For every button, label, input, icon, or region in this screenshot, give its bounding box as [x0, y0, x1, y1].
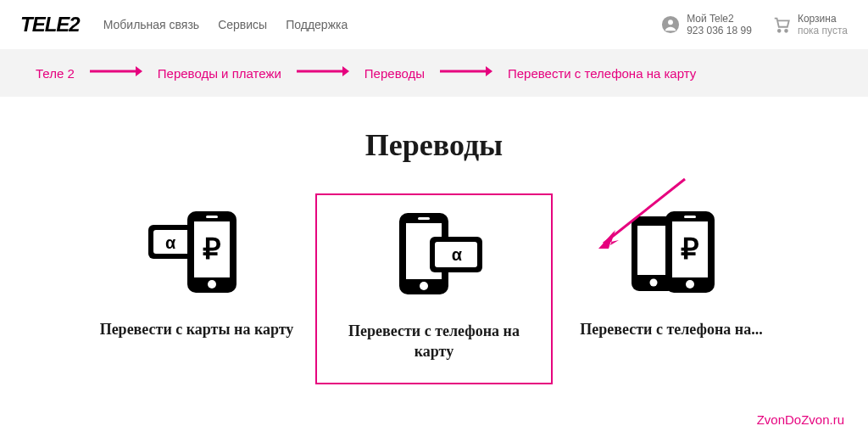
card-to-card-icon: α ₽	[95, 202, 298, 304]
nav-item-mobile[interactable]: Мобильная связь	[103, 18, 199, 31]
svg-point-20	[420, 282, 428, 290]
svg-text:α: α	[452, 245, 463, 264]
svg-point-2	[778, 30, 781, 32]
account-title: Мой Tele2	[687, 13, 752, 25]
cart-status: пока пуста	[798, 25, 848, 36]
nav-item-support[interactable]: Поддержка	[286, 18, 348, 31]
card-label: Перевести с телефона на карту	[334, 321, 534, 362]
cart-title: Корзина	[798, 13, 848, 25]
svg-marker-9	[486, 66, 492, 76]
card-card-to-card[interactable]: α ₽ Перевести с карты на карту	[78, 193, 315, 384]
header-right: Мой Tele2 923 036 18 99 Корзина пока пус…	[661, 13, 848, 37]
breadcrumb-item-0[interactable]: Теле 2	[36, 66, 75, 81]
svg-rect-26	[637, 226, 670, 275]
arrow-right-icon	[90, 65, 142, 81]
watermark: ZvonDoZvon.ru	[757, 412, 844, 427]
svg-marker-5	[136, 66, 142, 76]
svg-text:α: α	[165, 233, 176, 252]
svg-point-30	[686, 280, 694, 289]
svg-point-3	[785, 30, 787, 32]
breadcrumb-item-3[interactable]: Перевести с телефона на карту	[508, 66, 696, 81]
svg-point-1	[668, 20, 673, 25]
phone-to-phone-icon: ₽	[570, 202, 773, 304]
cart-icon	[772, 15, 791, 34]
header: TELE2 Мобильная связь Сервисы Поддержка …	[0, 0, 868, 49]
user-icon	[661, 15, 680, 34]
logo[interactable]: TELE2	[20, 13, 80, 36]
card-label: Перевести с карты на карту	[95, 319, 298, 339]
svg-text:₽: ₽	[681, 233, 699, 265]
breadcrumb: Теле 2 Переводы и платежи Переводы Перев…	[0, 49, 868, 97]
arrow-right-icon	[440, 65, 492, 81]
card-phone-to-card[interactable]: α Перевести с телефона на карту	[315, 193, 553, 384]
svg-rect-21	[418, 217, 430, 220]
svg-marker-7	[342, 66, 349, 76]
card-label: Перевести с телефона на...	[570, 319, 773, 339]
svg-rect-31	[684, 216, 696, 218]
svg-rect-16	[206, 216, 218, 218]
svg-point-27	[650, 279, 658, 287]
svg-point-15	[208, 280, 216, 289]
account-link[interactable]: Мой Tele2 923 036 18 99	[661, 13, 752, 37]
transfer-cards: α ₽ Перевести с карты на карту	[0, 193, 868, 384]
nav: Мобильная связь Сервисы Поддержка	[103, 18, 348, 31]
card-phone-to-phone[interactable]: ₽ Перевести с телефона на...	[553, 193, 790, 384]
phone-to-card-icon: α	[334, 204, 534, 305]
svg-text:₽: ₽	[203, 233, 221, 265]
breadcrumb-item-1[interactable]: Переводы и платежи	[158, 66, 281, 81]
account-phone: 923 036 18 99	[687, 25, 752, 36]
arrow-right-icon	[297, 65, 349, 81]
page-title: Переводы	[0, 127, 868, 163]
nav-item-services[interactable]: Сервисы	[218, 18, 267, 31]
breadcrumb-item-2[interactable]: Переводы	[364, 66, 425, 81]
cart-link[interactable]: Корзина пока пуста	[772, 13, 848, 37]
